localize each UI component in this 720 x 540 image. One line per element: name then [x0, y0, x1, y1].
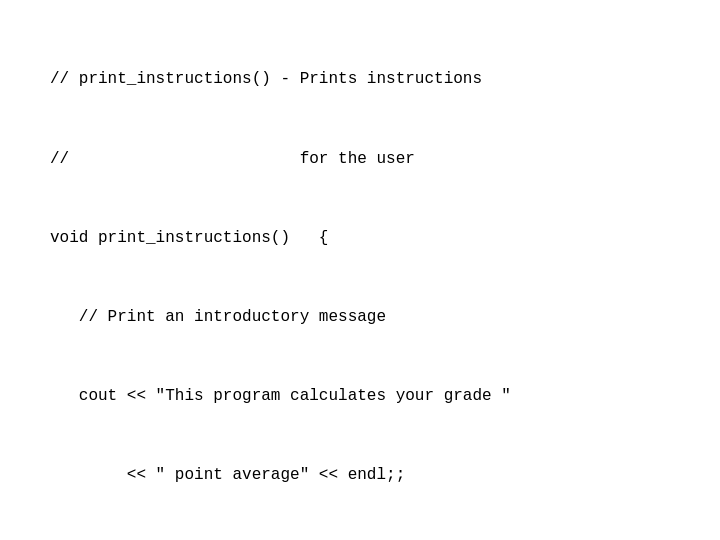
code-line-4: // Print an introductory message [50, 308, 386, 326]
code-line-3: void print_instructions() { [50, 229, 328, 247]
code-line-6: << " point average" << endl;; [50, 466, 405, 484]
code-block: // print_instructions() - Prints instruc… [0, 0, 590, 540]
code-line-5: cout << "This program calculates your gr… [50, 387, 511, 405]
code-line-2: // for the user [50, 150, 415, 168]
code-line-1: // print_instructions() - Prints instruc… [50, 70, 482, 88]
